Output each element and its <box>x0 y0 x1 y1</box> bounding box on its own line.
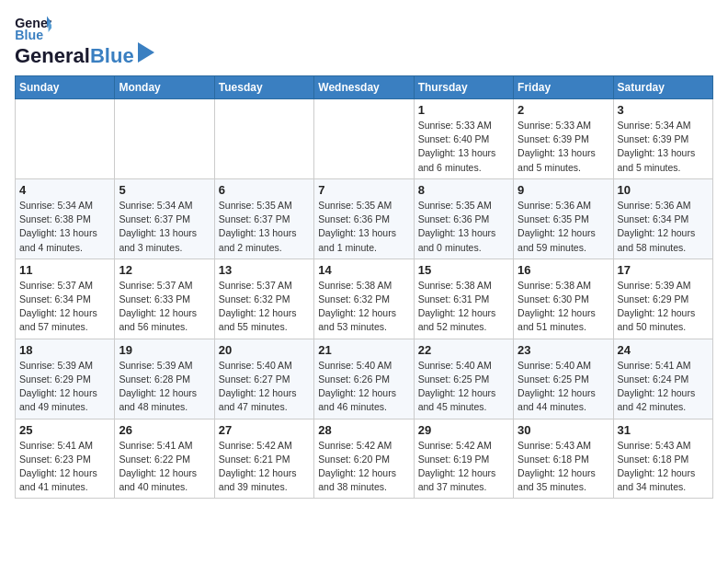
day-number: 3 <box>618 103 709 117</box>
day-number: 14 <box>318 263 409 277</box>
calendar-cell: 13Sunrise: 5:37 AM Sunset: 6:32 PM Dayli… <box>214 259 313 339</box>
calendar-cell: 18Sunrise: 5:39 AM Sunset: 6:29 PM Dayli… <box>16 339 115 419</box>
calendar-cell: 27Sunrise: 5:42 AM Sunset: 6:21 PM Dayli… <box>214 419 313 499</box>
day-info: Sunrise: 5:37 AM Sunset: 6:33 PM Dayligh… <box>119 279 210 335</box>
day-number: 4 <box>19 183 110 197</box>
logo-general: General <box>15 44 90 68</box>
calendar-cell: 23Sunrise: 5:40 AM Sunset: 6:25 PM Dayli… <box>514 339 613 419</box>
day-info: Sunrise: 5:34 AM Sunset: 6:37 PM Dayligh… <box>119 199 210 255</box>
day-info: Sunrise: 5:43 AM Sunset: 6:18 PM Dayligh… <box>618 439 709 495</box>
day-number: 6 <box>219 183 310 197</box>
calendar-week-row: 25Sunrise: 5:41 AM Sunset: 6:23 PM Dayli… <box>16 419 713 499</box>
day-number: 11 <box>19 263 110 277</box>
calendar-header-thursday: Thursday <box>414 76 513 99</box>
day-info: Sunrise: 5:39 AM Sunset: 6:29 PM Dayligh… <box>618 279 709 335</box>
calendar-week-row: 4Sunrise: 5:34 AM Sunset: 6:38 PM Daylig… <box>16 178 713 259</box>
day-info: Sunrise: 5:38 AM Sunset: 6:32 PM Dayligh… <box>318 279 409 335</box>
day-number: 7 <box>318 183 409 197</box>
calendar-cell <box>314 99 414 179</box>
day-number: 16 <box>518 263 609 277</box>
calendar-cell: 5Sunrise: 5:34 AM Sunset: 6:37 PM Daylig… <box>115 178 214 259</box>
day-info: Sunrise: 5:34 AM Sunset: 6:38 PM Dayligh… <box>19 199 110 255</box>
calendar-cell: 21Sunrise: 5:40 AM Sunset: 6:26 PM Dayli… <box>314 339 414 419</box>
calendar-cell: 31Sunrise: 5:43 AM Sunset: 6:18 PM Dayli… <box>613 419 712 499</box>
day-info: Sunrise: 5:35 AM Sunset: 6:37 PM Dayligh… <box>219 199 310 255</box>
calendar-header-friday: Friday <box>514 76 613 99</box>
day-number: 8 <box>418 183 509 197</box>
calendar-cell: 22Sunrise: 5:40 AM Sunset: 6:25 PM Dayli… <box>414 339 513 419</box>
day-info: Sunrise: 5:41 AM Sunset: 6:24 PM Dayligh… <box>618 359 709 415</box>
calendar-cell: 4Sunrise: 5:34 AM Sunset: 6:38 PM Daylig… <box>16 178 115 259</box>
calendar-cell: 6Sunrise: 5:35 AM Sunset: 6:37 PM Daylig… <box>214 178 313 259</box>
calendar-cell: 11Sunrise: 5:37 AM Sunset: 6:34 PM Dayli… <box>16 259 115 339</box>
day-info: Sunrise: 5:41 AM Sunset: 6:23 PM Dayligh… <box>19 439 110 495</box>
day-info: Sunrise: 5:43 AM Sunset: 6:18 PM Dayligh… <box>518 439 609 495</box>
day-number: 25 <box>19 423 110 437</box>
calendar-week-row: 11Sunrise: 5:37 AM Sunset: 6:34 PM Dayli… <box>16 259 713 339</box>
logo-arrow-icon <box>138 42 154 63</box>
day-info: Sunrise: 5:40 AM Sunset: 6:25 PM Dayligh… <box>518 359 609 415</box>
day-info: Sunrise: 5:37 AM Sunset: 6:34 PM Dayligh… <box>19 279 110 335</box>
calendar-cell <box>214 99 313 179</box>
day-info: Sunrise: 5:40 AM Sunset: 6:26 PM Dayligh… <box>318 359 409 415</box>
day-number: 30 <box>518 423 609 437</box>
day-info: Sunrise: 5:42 AM Sunset: 6:19 PM Dayligh… <box>418 439 509 495</box>
day-number: 19 <box>119 343 210 357</box>
day-number: 27 <box>219 423 310 437</box>
day-info: Sunrise: 5:37 AM Sunset: 6:32 PM Dayligh… <box>219 279 310 335</box>
calendar-cell: 29Sunrise: 5:42 AM Sunset: 6:19 PM Dayli… <box>414 419 513 499</box>
day-info: Sunrise: 5:38 AM Sunset: 6:30 PM Dayligh… <box>518 279 609 335</box>
calendar-cell: 8Sunrise: 5:35 AM Sunset: 6:36 PM Daylig… <box>414 178 513 259</box>
day-number: 18 <box>19 343 110 357</box>
calendar-cell: 26Sunrise: 5:41 AM Sunset: 6:22 PM Dayli… <box>115 419 214 499</box>
day-number: 15 <box>418 263 509 277</box>
calendar-header-row: SundayMondayTuesdayWednesdayThursdayFrid… <box>16 76 713 99</box>
calendar-header-saturday: Saturday <box>613 76 712 99</box>
day-number: 26 <box>119 423 210 437</box>
day-info: Sunrise: 5:39 AM Sunset: 6:28 PM Dayligh… <box>119 359 210 415</box>
calendar-week-row: 1Sunrise: 5:33 AM Sunset: 6:40 PM Daylig… <box>16 99 713 179</box>
calendar-table: SundayMondayTuesdayWednesdayThursdayFrid… <box>15 75 713 499</box>
day-info: Sunrise: 5:42 AM Sunset: 6:20 PM Dayligh… <box>318 439 409 495</box>
calendar-cell: 25Sunrise: 5:41 AM Sunset: 6:23 PM Dayli… <box>16 419 115 499</box>
day-info: Sunrise: 5:39 AM Sunset: 6:29 PM Dayligh… <box>19 359 110 415</box>
calendar-cell: 1Sunrise: 5:33 AM Sunset: 6:40 PM Daylig… <box>414 99 513 179</box>
calendar-cell: 16Sunrise: 5:38 AM Sunset: 6:30 PM Dayli… <box>514 259 613 339</box>
calendar-cell: 24Sunrise: 5:41 AM Sunset: 6:24 PM Dayli… <box>613 339 712 419</box>
day-info: Sunrise: 5:40 AM Sunset: 6:25 PM Dayligh… <box>418 359 509 415</box>
page-header: General Blue General Blue <box>15 15 713 68</box>
day-number: 23 <box>518 343 609 357</box>
calendar-cell: 2Sunrise: 5:33 AM Sunset: 6:39 PM Daylig… <box>514 99 613 179</box>
logo: General Blue General Blue <box>15 15 154 68</box>
day-number: 22 <box>418 343 509 357</box>
calendar-header-tuesday: Tuesday <box>214 76 313 99</box>
calendar-cell: 30Sunrise: 5:43 AM Sunset: 6:18 PM Dayli… <box>514 419 613 499</box>
day-number: 10 <box>618 183 709 197</box>
calendar-cell: 19Sunrise: 5:39 AM Sunset: 6:28 PM Dayli… <box>115 339 214 419</box>
day-number: 21 <box>318 343 409 357</box>
day-info: Sunrise: 5:33 AM Sunset: 6:39 PM Dayligh… <box>518 119 609 175</box>
logo-icon: General Blue <box>15 15 51 42</box>
day-info: Sunrise: 5:34 AM Sunset: 6:39 PM Dayligh… <box>618 119 709 175</box>
day-info: Sunrise: 5:35 AM Sunset: 6:36 PM Dayligh… <box>418 199 509 255</box>
day-number: 17 <box>618 263 709 277</box>
day-number: 20 <box>219 343 310 357</box>
day-number: 31 <box>618 423 709 437</box>
day-number: 28 <box>318 423 409 437</box>
day-number: 13 <box>219 263 310 277</box>
day-info: Sunrise: 5:35 AM Sunset: 6:36 PM Dayligh… <box>318 199 409 255</box>
calendar-cell: 20Sunrise: 5:40 AM Sunset: 6:27 PM Dayli… <box>214 339 313 419</box>
day-info: Sunrise: 5:36 AM Sunset: 6:35 PM Dayligh… <box>518 199 609 255</box>
calendar-header-sunday: Sunday <box>16 76 115 99</box>
day-number: 12 <box>119 263 210 277</box>
day-info: Sunrise: 5:38 AM Sunset: 6:31 PM Dayligh… <box>418 279 509 335</box>
day-info: Sunrise: 5:42 AM Sunset: 6:21 PM Dayligh… <box>219 439 310 495</box>
logo-blue: Blue <box>90 44 134 68</box>
day-number: 2 <box>518 103 609 117</box>
day-number: 9 <box>518 183 609 197</box>
svg-marker-4 <box>138 42 154 63</box>
calendar-header-wednesday: Wednesday <box>314 76 414 99</box>
day-number: 29 <box>418 423 509 437</box>
svg-text:Blue: Blue <box>15 28 43 42</box>
calendar-cell: 14Sunrise: 5:38 AM Sunset: 6:32 PM Dayli… <box>314 259 414 339</box>
